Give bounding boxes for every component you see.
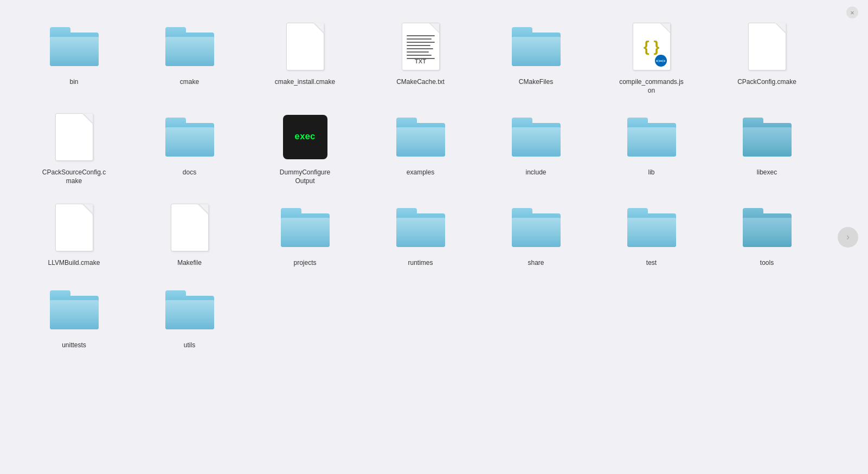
- file-label: CPackSourceConfig.cmake: [42, 168, 107, 185]
- folder-icon: [512, 208, 561, 247]
- folder-icon: [512, 118, 561, 157]
- folder-icon: [165, 290, 214, 329]
- icon-wrapper: { } <>: [625, 20, 679, 74]
- icon-wrapper: exec: [278, 110, 332, 164]
- file-label: CMakeFiles: [519, 78, 553, 87]
- folder-icon: [165, 118, 214, 157]
- icon-wrapper: [740, 200, 794, 255]
- document-icon: [55, 204, 93, 251]
- file-browser: × › bin cmake cmake_install.cmake: [0, 0, 868, 474]
- file-item-projects[interactable]: projects: [247, 192, 363, 274]
- icon-wrapper: [47, 283, 101, 337]
- file-item-test[interactable]: test: [594, 192, 709, 274]
- file-label: libexec: [757, 168, 777, 177]
- file-label: tools: [760, 259, 774, 268]
- icon-wrapper: [47, 20, 101, 74]
- folder-icon: [50, 290, 99, 329]
- file-item-llvmbuild[interactable]: LLVMBuild.cmake: [16, 192, 132, 274]
- icon-wrapper: [625, 110, 679, 164]
- file-item-cpackconfig[interactable]: CPackConfig.cmake: [709, 11, 825, 101]
- icon-wrapper: [509, 20, 563, 74]
- file-label: LLVMBuild.cmake: [48, 259, 100, 268]
- folder-icon: [165, 27, 214, 66]
- icon-wrapper: [625, 200, 679, 255]
- icon-wrapper: [163, 20, 217, 74]
- icon-wrapper: [509, 110, 563, 164]
- icon-wrapper: [740, 20, 794, 74]
- folder-icon: [627, 118, 676, 157]
- folder-icon: [743, 118, 792, 157]
- icon-wrapper: [163, 110, 217, 164]
- file-label: test: [646, 259, 657, 268]
- file-label: cmake: [180, 78, 199, 87]
- file-label: projects: [293, 259, 316, 268]
- document-icon: [171, 204, 209, 251]
- icon-wrapper: [47, 110, 101, 164]
- icon-wrapper: [278, 20, 332, 74]
- file-label: DummyConfigureOutput: [280, 168, 330, 185]
- file-item-libexec[interactable]: libexec: [709, 101, 825, 192]
- file-label: examples: [407, 168, 434, 177]
- file-label: lib: [648, 168, 654, 177]
- folder-icon: [743, 208, 792, 247]
- icon-wrapper: [163, 200, 217, 255]
- file-item-unittests[interactable]: unittests: [16, 274, 132, 356]
- close-button[interactable]: ×: [846, 7, 858, 18]
- folder-icon: [396, 118, 445, 157]
- folder-icon: [396, 208, 445, 247]
- json-icon: { } <>: [633, 23, 671, 70]
- document-icon: [55, 113, 93, 161]
- file-label: runtimes: [408, 259, 433, 268]
- file-item-cmake[interactable]: cmake: [132, 11, 247, 101]
- icon-wrapper: [47, 200, 101, 255]
- file-item-examples[interactable]: examples: [363, 101, 478, 192]
- file-item-dummyconfigure[interactable]: exec DummyConfigureOutput: [247, 101, 363, 192]
- file-item-share[interactable]: share: [478, 192, 594, 274]
- file-label: bin: [69, 78, 78, 87]
- folder-icon: [627, 208, 676, 247]
- file-item-runtimes[interactable]: runtimes: [363, 192, 478, 274]
- file-label: compile_commands.json: [619, 78, 684, 95]
- folder-icon: [50, 27, 99, 66]
- icon-wrapper: TXT: [394, 20, 448, 74]
- document-icon: [748, 23, 786, 70]
- icon-wrapper: [740, 110, 794, 164]
- file-item-cmake_install[interactable]: cmake_install.cmake: [247, 11, 363, 101]
- exec-icon: exec: [283, 115, 327, 159]
- file-label: share: [528, 259, 544, 268]
- document-icon: [286, 23, 324, 70]
- icon-wrapper: [509, 200, 563, 255]
- folder-icon: [281, 208, 330, 247]
- file-item-lib[interactable]: lib: [594, 101, 709, 192]
- txt-icon: TXT: [402, 23, 440, 70]
- icon-wrapper: [163, 283, 217, 337]
- file-label: include: [525, 168, 546, 177]
- file-label: docs: [183, 168, 196, 177]
- file-item-bin[interactable]: bin: [16, 11, 132, 101]
- icon-wrapper: [278, 200, 332, 255]
- file-item-cmakecache[interactable]: TXT CMakeCache.txt: [363, 11, 478, 101]
- file-grid: bin cmake cmake_install.cmake: [16, 11, 857, 356]
- file-item-tools[interactable]: tools: [709, 192, 825, 274]
- icon-wrapper: [394, 200, 448, 255]
- folder-icon: [512, 27, 561, 66]
- file-label: cmake_install.cmake: [275, 78, 335, 87]
- file-item-makefile[interactable]: Makefile: [132, 192, 247, 274]
- file-item-cpacksourceconfig[interactable]: CPackSourceConfig.cmake: [16, 101, 132, 192]
- file-item-compile_commands[interactable]: { } <> compile_commands.json: [594, 11, 709, 101]
- file-label: CMakeCache.txt: [396, 78, 445, 87]
- file-label: unittests: [62, 341, 86, 350]
- file-item-docs[interactable]: docs: [132, 101, 247, 192]
- icon-wrapper: [394, 110, 448, 164]
- file-label: utils: [184, 341, 195, 350]
- file-item-cmakefiles[interactable]: CMakeFiles: [478, 11, 594, 101]
- file-label: Makefile: [177, 259, 202, 268]
- scroll-right-button[interactable]: ›: [838, 227, 858, 248]
- file-label: CPackConfig.cmake: [737, 78, 796, 87]
- file-item-include[interactable]: include: [478, 101, 594, 192]
- file-item-utils[interactable]: utils: [132, 274, 247, 356]
